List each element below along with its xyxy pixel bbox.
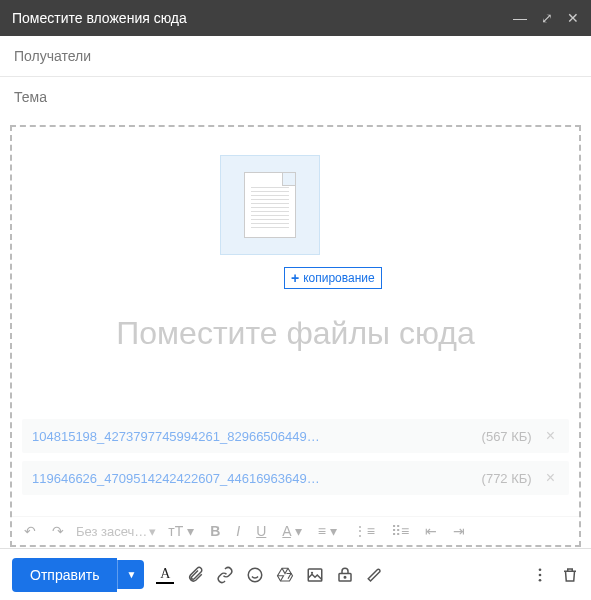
attachment-row[interactable]: 104815198_4273797745994261_82966506449… …	[22, 419, 569, 453]
attachment-name: 119646626_4709514242422607_44616963649…	[32, 471, 476, 486]
attach-icon[interactable]	[186, 566, 204, 584]
svg-point-0	[249, 568, 263, 582]
italic-icon[interactable]: I	[232, 521, 244, 541]
attachments-list: 104815198_4273797745994261_82966506449… …	[22, 419, 569, 503]
send-button[interactable]: Отправить	[12, 558, 117, 592]
underline-icon[interactable]: U	[252, 521, 270, 541]
send-options-dropdown[interactable]: ▼	[117, 560, 144, 589]
attachment-size: (567 КБ)	[482, 429, 532, 444]
svg-point-2	[311, 571, 313, 573]
expand-icon[interactable]: ⤢	[541, 10, 553, 26]
minimize-icon[interactable]: —	[513, 10, 527, 26]
svg-point-4	[345, 576, 347, 578]
copy-badge: + копирование	[284, 267, 382, 289]
drop-zone[interactable]: + копирование Поместите файлы сюда 10481…	[10, 125, 581, 547]
svg-point-6	[539, 573, 542, 576]
bold-icon[interactable]: B	[206, 521, 224, 541]
attachment-row[interactable]: 119646626_4709514242422607_44616963649… …	[22, 461, 569, 495]
discard-icon[interactable]	[561, 566, 579, 584]
undo-icon[interactable]: ↶	[20, 521, 40, 541]
subject-field[interactable]: Тема	[0, 77, 591, 117]
format-toolbar: ↶ ↷ Без засеч… ▾ тТ ▾ B I U A ▾ ≡ ▾ ⋮≡ ⠿…	[12, 516, 579, 545]
subject-placeholder: Тема	[14, 89, 47, 105]
confidential-icon[interactable]	[336, 566, 354, 584]
align-icon[interactable]: ≡ ▾	[314, 521, 341, 541]
window-controls: — ⤢ ✕	[513, 10, 579, 26]
file-preview[interactable]	[220, 155, 320, 255]
close-icon[interactable]: ✕	[567, 10, 579, 26]
more-options-icon[interactable]	[531, 566, 549, 584]
svg-point-5	[539, 568, 542, 571]
signature-icon[interactable]	[366, 566, 384, 584]
attachment-size: (772 КБ)	[482, 471, 532, 486]
header-title: Поместите вложения сюда	[12, 10, 187, 26]
document-icon	[244, 172, 296, 238]
copy-label: копирование	[303, 271, 375, 285]
link-icon[interactable]	[216, 566, 234, 584]
remove-attachment-icon[interactable]: ×	[542, 469, 559, 487]
emoji-icon[interactable]	[246, 566, 264, 584]
compose-header: Поместите вложения сюда — ⤢ ✕	[0, 0, 591, 36]
numbered-list-icon[interactable]: ⋮≡	[349, 521, 379, 541]
formatting-icon[interactable]: A	[156, 566, 174, 584]
font-select[interactable]: Без засеч… ▾	[76, 524, 156, 539]
bottom-toolbar: Отправить ▼ A	[0, 548, 591, 600]
attachment-name: 104815198_4273797745994261_82966506449…	[32, 429, 476, 444]
indent-less-icon[interactable]: ⇤	[421, 521, 441, 541]
font-size-icon[interactable]: тТ ▾	[164, 521, 198, 541]
recipients-field[interactable]: Получатели	[0, 36, 591, 77]
plus-icon: +	[291, 270, 299, 286]
chevron-down-icon: ▾	[149, 524, 156, 539]
text-color-icon[interactable]: A ▾	[278, 521, 305, 541]
redo-icon[interactable]: ↷	[48, 521, 68, 541]
recipients-placeholder: Получатели	[14, 48, 91, 64]
drive-icon[interactable]	[276, 566, 294, 584]
image-icon[interactable]	[306, 566, 324, 584]
drop-text: Поместите файлы сюда	[12, 315, 579, 352]
remove-attachment-icon[interactable]: ×	[542, 427, 559, 445]
svg-point-7	[539, 578, 542, 581]
indent-more-icon[interactable]: ⇥	[449, 521, 469, 541]
bullet-list-icon[interactable]: ⠿≡	[387, 521, 413, 541]
